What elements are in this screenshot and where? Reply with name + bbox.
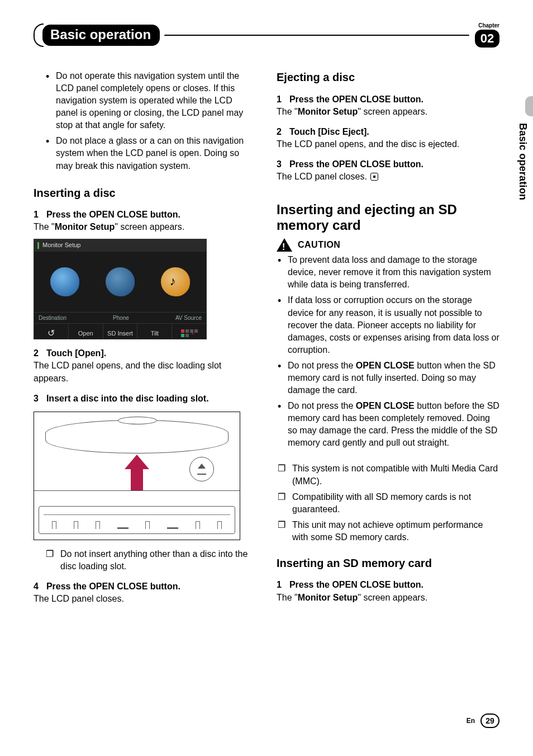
step-3-head: 3Insert a disc into the disc loading slo…: [34, 393, 256, 405]
caution-bullets: To prevent data loss and damage to the s…: [278, 254, 499, 449]
step-1-head: 1Press the OPEN CLOSE button.: [34, 209, 256, 221]
front-panel-buttons: [44, 514, 230, 530]
av-source-blob-icon: [161, 267, 190, 296]
step-3-title: Insert a disc into the disc loading slot…: [46, 394, 209, 403]
right-column: Ejecting a disc 1Press the OPEN CLOSE bu…: [277, 70, 499, 605]
sd-step-1-body: The "Monitor Setup" screen appears.: [277, 592, 499, 604]
knob-icon: [74, 521, 78, 529]
row-label: Phone: [113, 314, 129, 322]
text: The LCD panel closes.: [277, 172, 367, 181]
eject-step-1-head: 1Press the OPEN CLOSE button.: [277, 93, 499, 106]
phone-blob-icon: [106, 267, 135, 296]
heading-sd-section: Inserting and ejecting an SD memory card: [277, 202, 499, 233]
caution-label: CAUTION: [298, 239, 340, 251]
knob-icon: [196, 521, 200, 529]
intro-bullet: Do not place a glass or a can on this na…: [46, 135, 256, 172]
caution-bullet: To prevent data loss and damage to the s…: [278, 254, 499, 291]
mini-green-icon: [181, 334, 184, 337]
knob-icon: [217, 521, 222, 529]
text-bold: OPEN CLOSE: [356, 361, 415, 370]
mini-grey-icon: [194, 329, 198, 333]
eject-step-2-title: Touch [Disc Eject].: [289, 127, 369, 136]
knob-icon: [52, 521, 56, 529]
eject-step-3-title: Press the OPEN CLOSE button.: [289, 159, 423, 169]
disc-icon: [118, 417, 157, 424]
caution-bullet: Do not press the OPEN CLOSE button when …: [278, 360, 499, 396]
step-1-body: The "Monitor Setup" screen appears.: [34, 221, 256, 233]
mini-grey-icon: [185, 329, 189, 333]
bar-icon: [167, 527, 178, 529]
front-panel-outline: [39, 506, 235, 534]
intro-bullet: Do not operate this navigation system un…: [46, 70, 256, 131]
heading-inserting-disc: Inserting a disc: [34, 186, 256, 201]
text: " screen appears.: [358, 593, 427, 602]
sd-notes: This system is not compatible with Multi…: [278, 462, 499, 543]
mini-control-button: ＋: [172, 324, 206, 339]
eject-step-2-head: 2Touch [Disc Eject].: [277, 126, 499, 138]
chapter-number-badge: 02: [475, 30, 499, 48]
eject-step-2-body: The LCD panel opens, and the disc is eje…: [277, 138, 499, 150]
eject-step-1-body: The "Monitor Setup" screen appears.: [277, 106, 499, 118]
chapter-badge-wrap: Chapter 02: [475, 22, 499, 48]
knob-icon: [96, 521, 100, 529]
disc-note: Do not insert anything other than a disc…: [46, 548, 256, 573]
screenshot-row-labels: Destination Phone AV Source: [34, 312, 206, 324]
intro-bullets: Do not operate this navigation system un…: [46, 70, 256, 172]
lang-label: En: [467, 717, 475, 725]
step-2-head: 2Touch [Open].: [34, 347, 256, 360]
chapter-title-wrap: Basic operation: [34, 23, 469, 47]
text-bold: Monitor Setup: [298, 107, 358, 116]
mini-icons: ＋: [181, 329, 198, 337]
text-bold: OPEN CLOSE: [356, 401, 415, 410]
sd-step-1-head: 1Press the OPEN CLOSE button.: [277, 579, 499, 591]
eject-step-3-head: 3Press the OPEN CLOSE button.: [277, 158, 499, 171]
text-bold: Monitor Setup: [55, 222, 115, 231]
heading-ejecting-disc: Ejecting a disc: [277, 70, 499, 86]
sd-step-1-title: Press the OPEN CLOSE button.: [289, 580, 423, 589]
screenshot-body: [34, 252, 206, 312]
page-number: 29: [480, 714, 499, 728]
sd-insert-button: SD Insert: [103, 324, 138, 339]
disc-notes: Do not insert anything other than a disc…: [46, 548, 256, 573]
step-4-title: Press the OPEN CLOSE button.: [46, 582, 180, 591]
monitor-setup-screenshot: Monitor Setup Destination Phone AV Sourc…: [34, 239, 207, 339]
back-button: ↺: [34, 324, 69, 339]
eject-symbol-icon: [189, 457, 214, 481]
step-1-title: Press the OPEN CLOSE button.: [46, 210, 180, 219]
slot-outline-icon: [45, 420, 229, 453]
up-arrow-icon: [125, 455, 149, 490]
divider-line: [34, 490, 240, 491]
step-2-body: The LCD panel opens, and the disc loadin…: [34, 360, 256, 384]
bar-icon: [117, 527, 129, 529]
plus-icon: ＋: [190, 329, 193, 333]
warning-triangle-icon: [277, 238, 292, 252]
mini-red-icon: [181, 329, 184, 333]
text: " screen appears.: [115, 222, 184, 231]
sd-note: Compatibility with all SD memory cards i…: [278, 491, 499, 516]
heading-insert-sd: Inserting an SD memory card: [277, 556, 499, 571]
sd-note: This unit may not achieve optimum perfor…: [278, 519, 499, 544]
text: The ": [34, 222, 55, 231]
destination-blob-icon: [50, 267, 79, 296]
text: The ": [277, 107, 298, 116]
caution-bullet: Do not press the OPEN CLOSE button befor…: [278, 400, 499, 449]
screenshot-bottombar: ↺ Open SD Insert Tilt ＋: [34, 324, 206, 339]
side-tab-bump: [525, 96, 533, 116]
screenshot-title: Monitor Setup: [42, 241, 80, 249]
title-line: [164, 35, 469, 36]
open-button: Open: [69, 324, 103, 339]
knob-icon: [145, 521, 150, 529]
page-header: Basic operation Chapter 02: [34, 22, 499, 48]
left-column: Do not operate this navigation system un…: [34, 70, 256, 605]
green-bar-icon: [37, 242, 39, 249]
chapter-title: Basic operation: [42, 25, 160, 46]
side-tab-label: Basic operation: [517, 123, 529, 200]
step-4-body: The LCD panel closes.: [34, 593, 256, 605]
chapter-label: Chapter: [475, 22, 499, 29]
tilt-button: Tilt: [137, 324, 172, 339]
sd-note: This system is not compatible with Multi…: [278, 462, 499, 487]
text-bold: Monitor Setup: [298, 593, 358, 602]
disc-insert-illustration: [34, 412, 240, 540]
mini-grey-icon: [185, 334, 189, 337]
page-footer: En 29: [467, 714, 499, 728]
